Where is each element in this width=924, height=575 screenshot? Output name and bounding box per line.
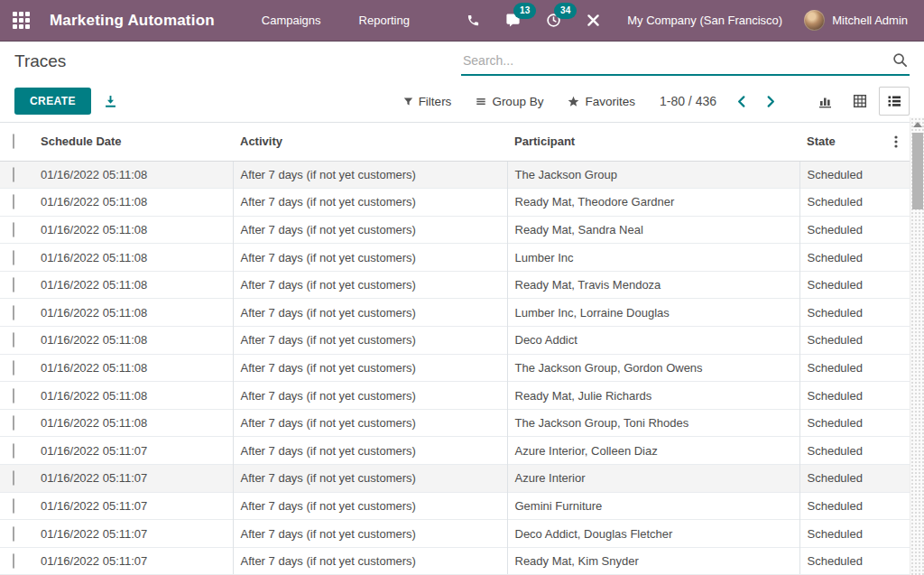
cell-activity[interactable]: After 7 days (if not yet customers) [233,216,507,244]
cell-state[interactable]: Scheduled [799,437,882,465]
cell-participant[interactable]: Deco Addict [507,327,799,355]
cell-activity[interactable]: After 7 days (if not yet customers) [233,299,507,327]
cell-schedule-date[interactable]: 01/16/2022 05:11:08 [33,244,233,272]
apps-menu-icon[interactable] [13,12,30,29]
row-checkbox[interactable] [13,498,14,514]
row-checkbox[interactable] [13,167,14,182]
cell-activity[interactable]: After 7 days (if not yet customers) [233,189,507,217]
cell-state[interactable]: Scheduled [799,382,882,410]
cell-activity[interactable]: After 7 days (if not yet customers) [233,520,507,548]
filters-button[interactable]: Filters [403,95,452,108]
cell-participant[interactable]: Ready Mat, Travis Mendoza [507,271,799,299]
scrollbar-up-arrow[interactable] [913,122,922,127]
cell-participant[interactable]: Ready Mat, Kim Snyder [507,547,799,575]
favorites-button[interactable]: Favorites [568,95,635,108]
row-checkbox[interactable] [13,222,14,237]
cell-schedule-date[interactable]: 01/16/2022 05:11:07 [33,465,233,493]
create-button[interactable]: CREATE [14,88,91,115]
group-by-button[interactable]: Group By [476,95,543,108]
cell-schedule-date[interactable]: 01/16/2022 05:11:08 [33,354,233,382]
cell-state[interactable]: Scheduled [799,161,882,189]
cell-activity[interactable]: After 7 days (if not yet customers) [233,382,507,410]
cell-activity[interactable]: After 7 days (if not yet customers) [233,409,507,437]
column-header-participant[interactable]: Participant [507,123,799,161]
pager-value[interactable]: 1-80 / 436 [660,94,716,108]
cell-activity[interactable]: After 7 days (if not yet customers) [233,492,507,520]
cell-participant[interactable]: Azure Interior, Colleen Diaz [507,437,799,465]
cell-activity[interactable]: After 7 days (if not yet customers) [233,327,507,355]
search-icon[interactable] [885,51,910,70]
cell-participant[interactable]: Lumber Inc [507,244,799,272]
cell-participant[interactable]: Azure Interior [507,465,799,493]
cell-state[interactable]: Scheduled [799,327,882,355]
cell-schedule-date[interactable]: 01/16/2022 05:11:08 [33,299,233,327]
pivot-view-button[interactable] [845,88,875,115]
row-checkbox[interactable] [13,250,14,265]
activities-button[interactable]: 34 [535,5,572,35]
row-checkbox[interactable] [13,470,14,486]
cell-state[interactable]: Scheduled [799,299,882,327]
cell-schedule-date[interactable]: 01/16/2022 05:11:08 [33,327,233,355]
cell-schedule-date[interactable]: 01/16/2022 05:11:07 [33,547,233,575]
tools-button[interactable] [576,6,611,34]
row-checkbox[interactable] [13,443,14,459]
cell-participant[interactable]: Ready Mat, Theodore Gardner [507,189,799,217]
cell-activity[interactable]: After 7 days (if not yet customers) [233,354,507,382]
cell-activity[interactable]: After 7 days (if not yet customers) [233,244,507,272]
cell-schedule-date[interactable]: 01/16/2022 05:11:08 [33,216,233,244]
menu-reporting[interactable]: Reporting [345,6,424,34]
cell-state[interactable]: Scheduled [799,216,882,244]
cell-participant[interactable]: Lumber Inc, Lorraine Douglas [507,299,799,327]
row-checkbox[interactable] [13,388,14,403]
cell-activity[interactable]: After 7 days (if not yet customers) [233,437,507,465]
cell-activity[interactable]: After 7 days (if not yet customers) [233,271,507,299]
row-checkbox[interactable] [13,360,14,376]
pager-next-button[interactable] [759,91,783,112]
cell-schedule-date[interactable]: 01/16/2022 05:11:08 [33,382,233,410]
cell-activity[interactable]: After 7 days (if not yet customers) [233,547,507,575]
cell-state[interactable]: Scheduled [799,271,882,299]
cell-participant[interactable]: The Jackson Group, Toni Rhodes [507,409,799,437]
cell-activity[interactable]: After 7 days (if not yet customers) [233,465,507,493]
cell-participant[interactable]: Deco Addict, Douglas Fletcher [507,520,799,548]
row-checkbox[interactable] [13,194,14,209]
cell-schedule-date[interactable]: 01/16/2022 05:11:07 [33,437,233,465]
company-switcher[interactable]: My Company (San Francisco) [614,6,795,34]
cell-participant[interactable]: Gemini Furniture [507,492,799,520]
row-checkbox[interactable] [13,415,14,431]
user-menu[interactable]: Mitchell Admin [799,6,913,34]
search-input[interactable] [461,50,885,71]
cell-schedule-date[interactable]: 01/16/2022 05:11:07 [33,520,233,548]
cell-state[interactable]: Scheduled [799,492,882,520]
list-view-button[interactable] [879,87,910,116]
menu-campaigns[interactable]: Campaigns [247,6,336,34]
cell-activity[interactable]: After 7 days (if not yet customers) [233,161,507,189]
column-header-schedule-date[interactable]: Schedule Date [33,123,233,161]
graph-view-button[interactable] [810,88,841,115]
phone-button[interactable] [456,6,491,34]
row-checkbox[interactable] [13,553,14,569]
cell-schedule-date[interactable]: 01/16/2022 05:11:07 [33,492,233,520]
row-checkbox[interactable] [13,305,14,320]
cell-state[interactable]: Scheduled [799,354,882,382]
optional-columns-icon[interactable] [890,134,902,149]
cell-participant[interactable]: Ready Mat, Sandra Neal [507,216,799,244]
export-download-icon[interactable] [104,95,117,108]
row-checkbox[interactable] [13,526,14,542]
cell-state[interactable]: Scheduled [799,547,882,575]
cell-schedule-date[interactable]: 01/16/2022 05:11:08 [33,161,233,189]
cell-state[interactable]: Scheduled [799,409,882,437]
cell-state[interactable]: Scheduled [799,189,882,217]
cell-participant[interactable]: The Jackson Group [507,161,799,189]
column-header-activity[interactable]: Activity [233,123,507,161]
column-header-state[interactable]: State [799,123,882,161]
cell-schedule-date[interactable]: 01/16/2022 05:11:08 [33,271,233,299]
cell-participant[interactable]: Ready Mat, Julie Richards [507,382,799,410]
cell-state[interactable]: Scheduled [799,465,882,493]
cell-state[interactable]: Scheduled [799,520,882,548]
vertical-scrollbar[interactable] [910,117,924,575]
cell-schedule-date[interactable]: 01/16/2022 05:11:08 [33,409,233,437]
pager-previous-button[interactable] [729,91,753,112]
app-brand-title[interactable]: Marketing Automation [50,12,215,30]
select-all-checkbox[interactable] [13,134,14,149]
